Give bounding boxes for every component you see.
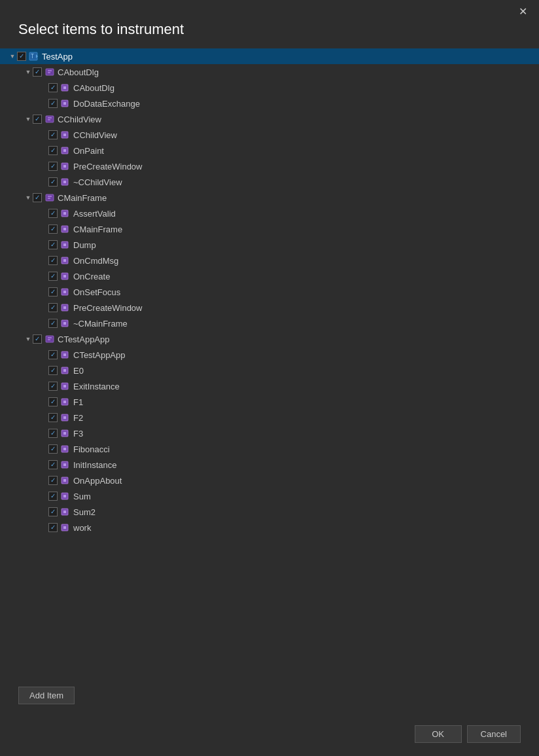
tree-method-dodataexchange[interactable]: DoDataExchange xyxy=(0,96,539,111)
checkbox-caboutdlg-method1[interactable] xyxy=(48,83,58,92)
tree-method-e0[interactable]: E0 xyxy=(0,363,539,378)
tree-class-cmainframe[interactable]: CMainFrame xyxy=(0,190,539,206)
tree-method-precreatewindow-mf[interactable]: PreCreateWindow xyxy=(0,300,539,315)
tree-class-caboutdlg[interactable]: CAboutDlg xyxy=(0,64,539,80)
cb-dtor-mf[interactable] xyxy=(48,319,58,328)
cb-ocm[interactable] xyxy=(48,256,58,265)
cb-cmainframe[interactable] xyxy=(33,193,42,202)
tree-method-oncmdmsg[interactable]: OnCmdMsg xyxy=(0,253,539,268)
tree-method-caboutdlg-constructor[interactable]: CAboutDlg xyxy=(0,80,539,96)
tree-method-destructor-cv[interactable]: ~CChildView xyxy=(0,174,539,190)
checkbox-caboutdlg[interactable] xyxy=(33,67,42,77)
tree-method-ctestappapp-c[interactable]: CTestAppApp xyxy=(0,347,539,363)
tree-method-initinstance[interactable]: InitInstance xyxy=(0,457,539,473)
checkbox-cchildview[interactable] xyxy=(33,115,42,124)
cb-cmf-c[interactable] xyxy=(48,225,58,234)
cb-onpaint[interactable] xyxy=(48,146,58,155)
cb-oc[interactable] xyxy=(48,272,58,281)
cb-oaa[interactable] xyxy=(48,476,58,485)
class-icon-caboutdlg xyxy=(44,67,55,77)
title-bar: ✕ xyxy=(0,0,539,18)
cb-cchildview-1[interactable] xyxy=(48,130,58,139)
cb-dtor-cv[interactable] xyxy=(48,177,58,187)
svg-rect-56 xyxy=(63,448,66,450)
tree-method-f2[interactable]: F2 xyxy=(0,410,539,425)
mi-ocm xyxy=(60,255,71,266)
cancel-button[interactable]: Cancel xyxy=(467,725,521,743)
tree-container[interactable]: T TestApp CAboutDlg xyxy=(0,48,539,679)
cb-ii[interactable] xyxy=(48,460,58,469)
mi-dtor-mf xyxy=(60,318,71,329)
tree-method-f3[interactable]: F3 xyxy=(0,425,539,441)
tree-method-fibonacci[interactable]: Fibonacci xyxy=(0,441,539,457)
svg-rect-50 xyxy=(63,401,66,403)
tree-method-f1[interactable]: F1 xyxy=(0,394,539,410)
tree-method-destructor-mf[interactable]: ~CMainFrame xyxy=(0,315,539,331)
cb-f2[interactable] xyxy=(48,413,58,422)
onappabout-label: OnAppAbout xyxy=(73,476,122,486)
cb-ctaa-c[interactable] xyxy=(48,350,58,359)
cb-f3[interactable] xyxy=(48,429,58,438)
ea-ctaa[interactable] xyxy=(24,334,33,344)
checkbox-dodataexchange[interactable] xyxy=(48,99,58,108)
mi-av xyxy=(60,208,71,219)
cb-osf[interactable] xyxy=(48,287,58,297)
f2-label: F2 xyxy=(73,413,83,423)
svg-rect-39 xyxy=(63,322,66,325)
cb-work[interactable] xyxy=(48,523,58,532)
mi-dump xyxy=(60,240,71,250)
tree-method-sum2[interactable]: Sum2 xyxy=(0,504,539,520)
tree-method-cmainframe-constructor[interactable]: CMainFrame xyxy=(0,221,539,237)
ok-button[interactable]: OK xyxy=(415,725,462,743)
close-button[interactable]: ✕ xyxy=(515,5,531,18)
cb-dump[interactable] xyxy=(48,240,58,249)
svg-rect-14 xyxy=(63,134,66,136)
cb-sum2[interactable] xyxy=(48,507,58,516)
expand-arrow-cchildview[interactable] xyxy=(24,115,33,124)
tree-method-work[interactable]: work xyxy=(0,520,539,535)
cb-sum[interactable] xyxy=(48,492,58,501)
exitinstance-label: ExitInstance xyxy=(73,382,120,391)
expand-arrow-caboutdlg[interactable] xyxy=(24,67,33,77)
f3-label: F3 xyxy=(73,429,83,439)
tree-class-ctestappapp[interactable]: CTestAppApp xyxy=(0,331,539,347)
tree-method-dump[interactable]: Dump xyxy=(0,237,539,253)
cb-av[interactable] xyxy=(48,209,58,218)
mi-dtor-cv xyxy=(60,177,71,187)
tree-method-precreatewindow-cv[interactable]: PreCreateWindow xyxy=(0,158,539,174)
checkbox-testapp[interactable] xyxy=(17,52,26,61)
cb-fib[interactable] xyxy=(48,444,58,454)
svg-rect-37 xyxy=(63,306,66,309)
add-item-button[interactable]: Add Item xyxy=(18,687,75,704)
cb-ctaa[interactable] xyxy=(33,334,42,344)
ea-cmainframe[interactable] xyxy=(24,193,33,202)
dialog-title: Select items to instrument xyxy=(0,18,539,48)
cb-pcw-mf[interactable] xyxy=(48,303,58,312)
fibonacci-label: Fibonacci xyxy=(73,444,110,454)
expand-arrow-root[interactable] xyxy=(8,52,17,61)
tree-method-cchildview-constructor[interactable]: CChildView xyxy=(0,127,539,143)
tree-method-assertvalid[interactable]: AssertValid xyxy=(0,206,539,221)
svg-rect-58 xyxy=(63,463,66,466)
tree-method-sum[interactable]: Sum xyxy=(0,488,539,504)
mi-ei xyxy=(60,381,71,391)
tree-method-oncreate[interactable]: OnCreate xyxy=(0,268,539,284)
tree-method-onsetfocus[interactable]: OnSetFocus xyxy=(0,284,539,300)
cb-e0[interactable] xyxy=(48,366,58,375)
class-icon-cchildview xyxy=(44,114,55,124)
cchildview-m1: CChildView xyxy=(73,130,117,140)
dtor-cv-label: ~CChildView xyxy=(73,177,122,187)
cb-pcw-cv[interactable] xyxy=(48,162,58,171)
footer-bar: OK Cancel xyxy=(0,717,539,756)
tree-class-cchildview[interactable]: CChildView xyxy=(0,111,539,127)
svg-rect-18 xyxy=(63,165,66,168)
mi-cmf-c xyxy=(60,224,71,234)
cb-ei[interactable] xyxy=(48,382,58,391)
cb-f1[interactable] xyxy=(48,397,58,406)
cchildview-label: CChildView xyxy=(58,115,101,124)
tree-method-onpaint[interactable]: OnPaint xyxy=(0,143,539,158)
tree-method-exitinstance[interactable]: ExitInstance xyxy=(0,378,539,394)
work-label: work xyxy=(73,523,91,533)
tree-method-onappabout[interactable]: OnAppAbout xyxy=(0,473,539,488)
tree-root[interactable]: T TestApp xyxy=(0,48,539,64)
